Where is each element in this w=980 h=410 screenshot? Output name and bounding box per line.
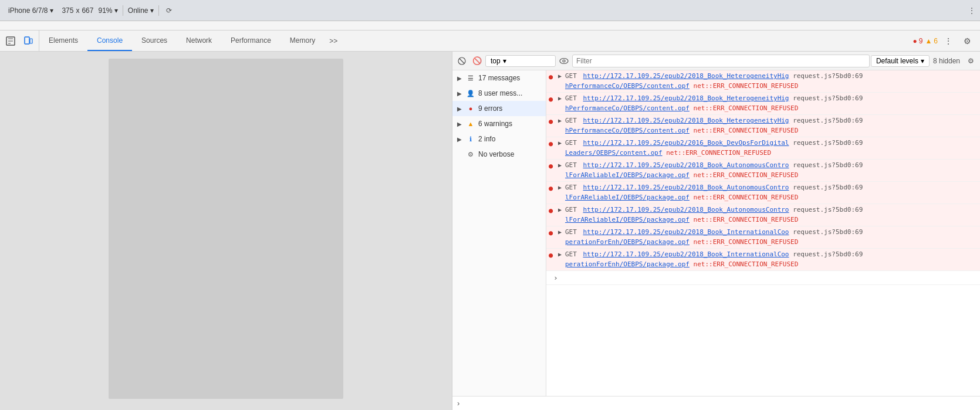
log-error-text-1: net::ERR_CONNECTION_REFUSED — [694, 104, 799, 112]
svg-rect-2 — [30, 39, 32, 43]
warn-triangle-icon: ▲ — [925, 37, 932, 45]
rotate-icon[interactable]: ⟳ — [164, 5, 174, 16]
sidebar-item-warnings[interactable]: ▶ ▲ 6 warnings — [452, 116, 546, 131]
log-expand-arrow-2[interactable]: ▶ — [558, 116, 565, 124]
log-url-0[interactable]: http://172.17.109.25/epub2/2018_Book_Het… — [583, 72, 789, 80]
log-entry-5: ● ▶ GET http://172.17.109.25/epub2/2018_… — [546, 182, 980, 204]
console-body: ▶ ☰ 17 messages ▶ 👤 8 user mess... ▶ ● 9… — [452, 70, 980, 396]
sidebar-item-all-messages[interactable]: ▶ ☰ 17 messages — [452, 70, 546, 86]
console-input[interactable] — [463, 399, 975, 408]
viewport-height: 667 — [82, 6, 93, 15]
log-url-5[interactable]: http://172.17.109.25/epub2/2018_Book_Aut… — [583, 184, 789, 191]
log-expand-arrow-1[interactable]: ▶ — [558, 94, 565, 101]
log-url-1[interactable]: http://172.17.109.25/epub2/2018_Book_Het… — [583, 94, 789, 102]
log-content-7: GET http://172.17.109.25/epub2/2018_Book… — [565, 228, 978, 247]
sidebar-item-verbose[interactable]: ▶ ⚙ No verbose — [452, 147, 546, 162]
tab-sources[interactable]: Sources — [132, 31, 177, 51]
log-url2-3[interactable]: Leaders/OEBPS/content.opf — [565, 149, 663, 157]
more-options-icon[interactable]: ⋮ — [968, 6, 975, 15]
error-circle-icon-7: ● — [549, 228, 558, 237]
log-expand-arrow-4[interactable]: ▶ — [558, 161, 565, 168]
hidden-count: 8 hidden — [931, 57, 962, 65]
log-url-4[interactable]: http://172.17.109.25/epub2/2018_Book_Aut… — [583, 161, 789, 169]
eye-icon[interactable] — [557, 54, 571, 68]
log-expand-arrow-3[interactable]: ▶ — [558, 138, 565, 146]
console-settings-icon[interactable]: ⚙ — [964, 54, 978, 68]
clear-console-icon[interactable] — [455, 54, 469, 68]
svg-rect-1 — [25, 37, 29, 44]
tab-more-icon[interactable]: >> — [325, 31, 342, 51]
log-url2-1[interactable]: hPerformanceCo/OEBPS/content.opf — [565, 104, 690, 112]
log-content-8: GET http://172.17.109.25/epub2/2018_Book… — [565, 250, 978, 269]
tab-elements[interactable]: Elements — [39, 31, 87, 51]
log-content-0: GET http://172.17.109.25/epub2/2018_Book… — [565, 72, 978, 91]
log-expand-arrow-0[interactable]: ▶ — [558, 72, 565, 79]
list-icon: ☰ — [467, 74, 475, 82]
connectivity-selector[interactable]: Online ▾ — [128, 6, 154, 15]
sidebar-label-errors: 9 errors — [478, 104, 541, 113]
log-file-4[interactable]: request.js?5bd0:69 — [793, 161, 863, 169]
log-error-text-2: net::ERR_CONNECTION_REFUSED — [694, 127, 799, 134]
log-file-8[interactable]: request.js?5bd0:69 — [793, 250, 863, 258]
log-expand-arrow-6[interactable]: ▶ — [558, 205, 565, 213]
log-method-3: GET — [565, 139, 577, 147]
svg-point-5 — [560, 58, 568, 63]
log-url-3[interactable]: http://172.17.109.25/epub2/2016_Book_Dev… — [583, 139, 789, 147]
device-toolbar-icon[interactable] — [20, 33, 36, 49]
log-url-2[interactable]: http://172.17.109.25/epub2/2018_Book_Het… — [583, 117, 789, 124]
levels-label: Default levels — [876, 57, 918, 65]
context-selector[interactable]: top ▾ — [485, 55, 556, 67]
filter-input[interactable] — [572, 55, 870, 67]
log-url2-6[interactable]: lForAReliableI/OEBPS/package.opf — [565, 216, 690, 223]
zoom-selector[interactable]: 91% ▾ — [98, 6, 117, 15]
log-expand-arrow-8[interactable]: ▶ — [558, 250, 565, 257]
log-method-4: GET — [565, 161, 577, 169]
log-url-7[interactable]: http://172.17.109.25/epub2/2018_Book_Int… — [583, 228, 789, 236]
log-error-text-8: net::ERR_CONNECTION_REFUSED — [694, 260, 799, 268]
sidebar-arrow-warnings: ▶ — [457, 121, 463, 127]
log-expand-arrow-7[interactable]: ▶ — [558, 228, 565, 235]
log-error-text-0: net::ERR_CONNECTION_REFUSED — [694, 82, 799, 90]
sidebar-item-user-messages[interactable]: ▶ 👤 8 user mess... — [452, 86, 546, 101]
log-file-3[interactable]: request.js?5bd0:69 — [793, 139, 863, 147]
error-circle-icon-8: ● — [549, 250, 558, 259]
log-url2-8[interactable]: perationForEnh/OEBPS/package.opf — [565, 260, 690, 268]
log-file-5[interactable]: request.js?5bd0:69 — [793, 184, 863, 191]
log-content-1: GET http://172.17.109.25/epub2/2018_Book… — [565, 94, 978, 113]
tab-performance[interactable]: Performance — [221, 31, 281, 51]
log-file-7[interactable]: request.js?5bd0:69 — [793, 228, 863, 236]
log-file-6[interactable]: request.js?5bd0:69 — [793, 206, 863, 214]
log-method-7: GET — [565, 228, 577, 236]
levels-selector[interactable]: Default levels ▾ — [871, 55, 930, 67]
sidebar-item-errors[interactable]: ▶ ● 9 errors — [452, 101, 546, 116]
console-input-area: › — [452, 396, 980, 410]
log-entry-7: ● ▶ GET http://172.17.109.25/epub2/2018_… — [546, 226, 980, 249]
log-url2-0[interactable]: hPerformanceCo/OEBPS/content.opf — [565, 82, 690, 90]
sidebar-arrow-errors: ▶ — [457, 106, 463, 112]
tab-memory[interactable]: Memory — [281, 31, 325, 51]
error-count-badge[interactable]: ● 9 — [913, 37, 922, 45]
sidebar-arrow-all: ▶ — [457, 75, 463, 82]
log-url-8[interactable]: http://172.17.109.25/epub2/2018_Book_Int… — [583, 250, 789, 258]
devtools-settings-icon[interactable]: ⚙ — [959, 33, 975, 49]
preserve-log-icon[interactable]: 🚫 — [470, 54, 484, 68]
tab-console[interactable]: Console — [87, 31, 132, 51]
log-file-2[interactable]: request.js?5bd0:69 — [793, 117, 863, 124]
sidebar-item-info[interactable]: ▶ ℹ 2 info — [452, 131, 546, 147]
log-url-6[interactable]: http://172.17.109.25/epub2/2018_Book_Aut… — [583, 206, 789, 214]
log-url2-7[interactable]: perationForEnh/OEBPS/package.opf — [565, 238, 690, 246]
inspect-element-icon[interactable] — [2, 33, 19, 49]
log-file-0[interactable]: request.js?5bd0:69 — [793, 72, 863, 80]
log-url2-4[interactable]: lForAReliableI/OEBPS/package.opf — [565, 171, 690, 179]
devtools-more-options-icon[interactable]: ⋮ — [940, 33, 957, 49]
sidebar-label-user: 8 user mess... — [478, 89, 541, 97]
log-error-text-4: net::ERR_CONNECTION_REFUSED — [694, 171, 799, 179]
devtools-topbar: Elements Console Sources Network Perform… — [0, 31, 980, 52]
log-expand-arrow-5[interactable]: ▶ — [558, 183, 565, 191]
log-file-1[interactable]: request.js?5bd0:69 — [793, 94, 863, 102]
log-url2-5[interactable]: lForAReliableI/OEBPS/package.opf — [565, 194, 690, 201]
device-selector[interactable]: iPhone 6/7/8 ▾ — [5, 5, 57, 16]
log-url2-2[interactable]: hPerformanceCo/OEBPS/content.opf — [565, 127, 690, 134]
tab-network[interactable]: Network — [177, 31, 221, 51]
warn-count-badge[interactable]: ▲ 6 — [925, 37, 938, 45]
